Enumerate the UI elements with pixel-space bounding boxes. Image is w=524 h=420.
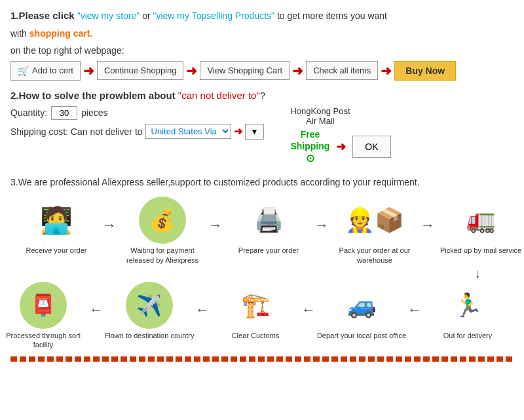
- add-to-cart-label: Add to cert: [32, 66, 73, 75]
- section3-title: 3.We are professional Aliexpress seller,…: [10, 175, 514, 189]
- dropdown-button[interactable]: ▼: [245, 124, 265, 140]
- flow-item-receive: 🧑‍💻 Receive your order: [10, 197, 102, 255]
- customs-icon: 🏗️: [226, 282, 285, 328]
- shopping-cart-text: shopping cart.: [29, 28, 92, 39]
- pickup-icon: 🚛: [451, 197, 510, 243]
- arrow-row1-4: →: [421, 217, 435, 234]
- view-cart-label: View Shopping Cart: [207, 66, 282, 75]
- pickup-label: Picked up by mail service: [440, 246, 521, 255]
- hk-post-line2: Air Mail: [306, 116, 334, 126]
- cart-flow: 🛒 Add to cert ➜ Continue Shopping ➜ View…: [10, 61, 514, 81]
- qty-unit: pieces: [81, 107, 107, 118]
- section1-text1: 1.Please click "view my store" or "view …: [10, 8, 514, 24]
- section3: 3.We are professional Aliexpress seller,…: [10, 175, 514, 350]
- with-label: with: [10, 28, 29, 39]
- free-shipping-box: Free Shipping ⊙: [290, 128, 329, 166]
- pack-label: Pack your order at our warehouse: [329, 246, 421, 265]
- shipping-select[interactable]: United States Via: [145, 124, 231, 139]
- flow-item-pickup: 🚛 Picked up by mail service: [435, 197, 524, 255]
- arrow1: ➜: [83, 63, 94, 79]
- qty-input[interactable]: [51, 106, 77, 120]
- section1-or: or: [140, 10, 153, 21]
- flow-item-out-delivery: 🏃‍♂️ Out for delivery: [422, 282, 514, 340]
- section1: 1.Please click "view my store" or "view …: [10, 8, 514, 81]
- flow-row-1: 🧑‍💻 Receive your order → 💰 Waiting for p…: [10, 197, 514, 265]
- shipping-label: Shipping cost: Can not deliver to: [10, 126, 143, 137]
- deliver-left: Quantity: pieces Shipping cost: Can not …: [10, 106, 264, 140]
- view-cart-box[interactable]: View Shopping Cart: [200, 61, 290, 80]
- flow-item-sort: 📮 Processed through sort facility: [0, 282, 89, 350]
- customs-label: Clear Cuctoms: [232, 331, 280, 340]
- out-delivery-label: Out for delivery: [443, 331, 493, 340]
- depart-icon: 🚙: [332, 282, 391, 328]
- hk-post-line1: HongKong Post: [290, 106, 350, 116]
- flow-item-flown: ✈️ Flown to destination country: [103, 282, 195, 340]
- arrow3: ➜: [292, 63, 303, 79]
- section1-text2: with shopping cart.: [10, 26, 514, 41]
- arrow-row2-1: ←: [407, 301, 422, 318]
- quantity-row: Quantity: pieces: [10, 106, 264, 120]
- cart-icon: 🛒: [18, 66, 29, 76]
- payment-label: Waiting for payment released by Aliexpre…: [117, 246, 208, 265]
- pack-icon: 👷📦: [345, 197, 404, 243]
- view-topselling-link[interactable]: "view my Topselling Products": [153, 10, 275, 21]
- shipping-row: Shipping cost: Can not deliver to United…: [10, 124, 264, 140]
- free-shipping-arrow: ➜: [336, 140, 346, 154]
- arrow-row2-2: ←: [301, 301, 316, 318]
- shipping-arrow: ➜: [234, 125, 242, 138]
- view-store-link[interactable]: "view my store": [77, 10, 140, 21]
- arrow-row2-3: ←: [195, 301, 210, 318]
- free-shipping-row: Free Shipping ⊙ ➜ OK: [290, 128, 390, 166]
- qty-label: Quantity:: [10, 107, 47, 118]
- deliver-right: HongKong Post Air Mail Free Shipping ⊙ ➜…: [290, 106, 390, 166]
- sort-label: Processed through sort facility: [0, 331, 89, 350]
- check-items-box: Check all items: [306, 61, 378, 80]
- section2-title: 2.How to solve the prowblem about "can n…: [10, 90, 514, 101]
- arrow-row2-4: ←: [89, 301, 103, 318]
- prepare-label: Prepare your order: [238, 246, 299, 255]
- payment-icon: 💰: [133, 197, 192, 243]
- check-items-label: Check all items: [313, 66, 371, 75]
- hongkong-post-label: HongKong Post Air Mail: [290, 106, 350, 126]
- section2: 2.How to solve the prowblem about "can n…: [10, 90, 514, 166]
- arrow-row1-3: →: [314, 217, 329, 234]
- depart-label: Depart your local post office: [317, 331, 406, 340]
- section2-post: ?: [260, 90, 265, 101]
- down-arrow: ↓: [474, 266, 481, 281]
- flow-item-customs: 🏗️ Clear Cuctoms: [210, 282, 301, 340]
- step2-text: 2.How to solve the prowblem about: [10, 90, 178, 101]
- shipping-label2: Shipping: [290, 140, 329, 152]
- arrow2: ➜: [186, 63, 197, 79]
- out-delivery-icon: 🏃‍♂️: [438, 282, 497, 328]
- cannot-deliver-text: "can not deliver to": [178, 90, 260, 101]
- add-to-cart-box[interactable]: 🛒 Add to cert: [10, 61, 81, 81]
- flown-label: Flown to destination country: [105, 331, 195, 340]
- deliver-row: Quantity: pieces Shipping cost: Can not …: [10, 106, 514, 166]
- receive-label: Receive your order: [26, 246, 87, 255]
- flow-item-depart: 🚙 Depart your local post office: [316, 282, 407, 340]
- flow-row-2: 🏃‍♂️ Out for delivery ← 🚙 Depart your lo…: [10, 282, 514, 350]
- buy-now-box[interactable]: Buy Now: [394, 61, 456, 81]
- ok-button[interactable]: OK: [352, 136, 390, 158]
- flown-icon: ✈️: [120, 282, 179, 328]
- continue-shopping-label: Continue Shopping: [104, 66, 177, 75]
- buy-now-label: Buy Now: [405, 66, 445, 76]
- arrow4: ➜: [381, 63, 392, 79]
- arrow-row1-2: →: [208, 217, 223, 234]
- down-arrow-container: ↓: [10, 266, 514, 281]
- flow-item-pack: 👷📦 Pack your order at our warehouse: [329, 197, 421, 265]
- arrow-row1-1: →: [102, 217, 117, 234]
- sort-icon: 📮: [14, 282, 73, 328]
- step1-number: 1.Please click: [10, 10, 77, 21]
- continue-shopping-box[interactable]: Continue Shopping: [97, 61, 184, 80]
- flow-item-payment: 💰 Waiting for payment released by Aliexp…: [117, 197, 208, 265]
- section1-post: to get more items you want: [274, 10, 387, 21]
- bottom-border: [10, 356, 514, 362]
- prepare-icon: 🖨️: [239, 197, 298, 243]
- radio-dot[interactable]: ⊙: [290, 152, 329, 166]
- free-label: Free: [290, 128, 329, 140]
- top-label: on the top right of webpage:: [10, 43, 514, 58]
- receive-icon: 🧑‍💻: [27, 197, 86, 243]
- flow-item-prepare: 🖨️ Prepare your order: [223, 197, 314, 255]
